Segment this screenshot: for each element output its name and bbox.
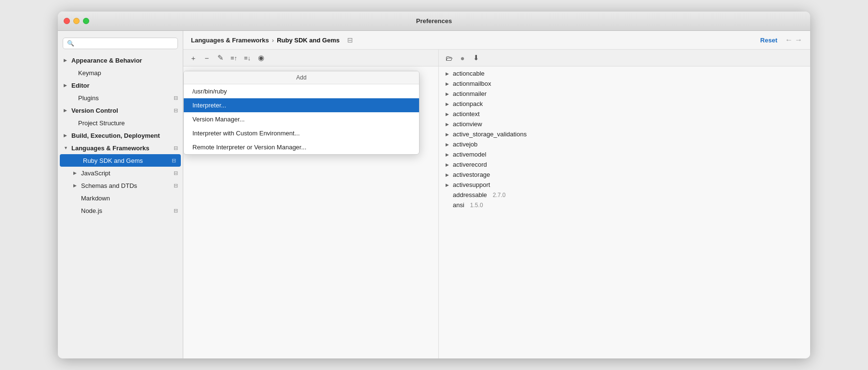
sidebar-item-project-structure[interactable]: Project Structure	[58, 117, 183, 129]
sidebar-item-nodejs[interactable]: Node.js ⊟	[58, 204, 183, 217]
nav-back-button[interactable]: ←	[785, 36, 793, 44]
sidebar-item-javascript[interactable]: ▶ JavaScript ⊟	[58, 167, 183, 179]
search-box[interactable]: 🔍	[63, 38, 178, 49]
sidebar-badge: ⊟	[174, 208, 178, 214]
gem-row[interactable]: ▶ actionpack	[439, 99, 810, 109]
gem-name: addressable	[453, 191, 487, 198]
sidebar-item-keymap[interactable]: Keymap	[58, 66, 183, 79]
gem-version: 1.5.0	[470, 202, 483, 209]
sidebar-item-languages[interactable]: ▼ Languages & Frameworks ⊟	[58, 142, 183, 154]
eye-icon: ◉	[258, 53, 264, 62]
gem-name: actionmailer	[453, 90, 487, 97]
panel-header-icon[interactable]: ⊟	[347, 36, 353, 44]
sidebar-item-label: Version Control	[71, 107, 170, 114]
breadcrumb-active: Ruby SDK and Gems	[277, 37, 339, 44]
maximize-button[interactable]	[83, 18, 89, 24]
edit-button[interactable]: ✎	[215, 53, 226, 63]
gem-chevron-icon: ▶	[446, 172, 449, 177]
gem-row[interactable]: ▶ activestorage	[439, 170, 810, 180]
gem-row[interactable]: ▶ actionmailbox	[439, 79, 810, 89]
circle-button[interactable]: ●	[457, 53, 468, 63]
eye-button[interactable]: ◉	[256, 53, 266, 63]
sidebar-item-build[interactable]: ▶ Build, Execution, Deployment	[58, 129, 183, 142]
gem-row[interactable]: ▶ actionview	[439, 119, 810, 129]
nav-forward-button[interactable]: →	[795, 36, 802, 44]
reset-button[interactable]: Reset	[760, 37, 777, 44]
add-button[interactable]: +	[188, 53, 199, 63]
sidebar-item-appearance[interactable]: ▶ Appearance & Behavior	[58, 54, 183, 66]
sidebar-badge: ⊟	[174, 95, 178, 101]
sidebar-item-label: Keymap	[78, 69, 178, 77]
main-content: 🔍 ▶ Appearance & Behavior Keymap ▶ Edito…	[58, 31, 810, 358]
gem-row[interactable]: ▶ addressable 2.7.0	[439, 190, 810, 200]
breadcrumb-part1: Languages & Frameworks	[191, 37, 269, 44]
circle-icon: ●	[460, 54, 464, 62]
remove-button[interactable]: −	[202, 53, 212, 63]
sidebar-item-label: Markdown	[81, 195, 178, 202]
gem-chevron-icon: ▶	[446, 152, 449, 157]
gem-name: active_storage_validations	[453, 131, 527, 138]
sidebar-item-ruby-sdk[interactable]: Ruby SDK and Gems ⊟	[60, 154, 181, 167]
panel-header: Languages & Frameworks › Ruby SDK and Ge…	[183, 31, 810, 50]
dropdown-item-usr-bin-ruby[interactable]: /usr/bin/ruby	[184, 84, 419, 98]
close-button[interactable]	[64, 18, 70, 24]
sidebar-item-markdown[interactable]: Markdown	[58, 192, 183, 204]
gem-row[interactable]: ▶ activemodel	[439, 149, 810, 159]
sidebar: 🔍 ▶ Appearance & Behavior Keymap ▶ Edito…	[58, 31, 183, 358]
folder-button[interactable]: 🗁	[444, 53, 454, 63]
sdk-toolbar: + − ✎ ≡↑ ≡↓	[183, 50, 438, 66]
gem-row[interactable]: ▶ activesupport	[439, 180, 810, 190]
sidebar-item-label: Build, Execution, Deployment	[71, 132, 178, 139]
gem-chevron-icon: ▶	[446, 81, 449, 86]
gem-row[interactable]: ▶ activerecord	[439, 159, 810, 170]
gem-chevron-icon: ▶	[446, 162, 449, 167]
sidebar-item-label: Plugins	[78, 94, 170, 102]
gem-name: activerecord	[453, 161, 487, 168]
gem-row[interactable]: ▶ actiontext	[439, 109, 810, 119]
sidebar-item-label: Node.js	[81, 207, 170, 214]
gem-chevron-icon: ▶	[446, 92, 449, 96]
gem-row[interactable]: ▶ actioncable	[439, 68, 810, 79]
move-up-button[interactable]: ≡↑	[229, 53, 239, 63]
chevron-icon: ▶	[73, 183, 79, 188]
gem-row[interactable]: ▶ actionmailer	[439, 89, 810, 99]
search-icon: 🔍	[67, 40, 74, 47]
sidebar-badge: ⊟	[174, 183, 178, 189]
chevron-icon: ▼	[64, 145, 69, 150]
move-up-icon: ≡↑	[231, 54, 237, 62]
sdk-list-panel: + − ✎ ≡↑ ≡↓	[183, 50, 439, 358]
dropdown-item-version-manager[interactable]: Version Manager...	[184, 112, 419, 126]
move-down-button[interactable]: ≡↓	[242, 53, 253, 63]
minimize-button[interactable]	[73, 18, 80, 24]
chevron-icon: ▶	[64, 83, 69, 88]
sidebar-item-schemas[interactable]: ▶ Schemas and DTDs ⊟	[58, 179, 183, 192]
sidebar-item-editor[interactable]: ▶ Editor	[58, 79, 183, 92]
traffic-lights	[64, 18, 89, 24]
gem-row[interactable]: ▶ ansi 1.5.0	[439, 200, 810, 210]
sidebar-item-plugins[interactable]: Plugins ⊟	[58, 92, 183, 104]
gems-panel: 🗁 ● ⬇ ▶ actioncable	[439, 50, 810, 358]
download-button[interactable]: ⬇	[471, 53, 481, 63]
dropdown-item-remote-interpreter[interactable]: Remote Interpreter or Version Manager...	[184, 140, 419, 154]
search-input[interactable]	[77, 40, 174, 47]
dropdown-item-interpreter-custom[interactable]: Interpreter with Custom Environment...	[184, 126, 419, 140]
title-bar: Preferences	[58, 12, 810, 31]
dropdown-item-interpreter[interactable]: Interpreter...	[184, 98, 419, 112]
gem-chevron-icon: ▶	[446, 132, 449, 137]
sidebar-badge: ⊟	[174, 170, 178, 176]
gem-name: activemodel	[453, 151, 486, 158]
gem-name: actionmailbox	[453, 80, 491, 87]
sidebar-item-version-control[interactable]: ▶ Version Control ⊟	[58, 104, 183, 117]
sidebar-item-label: Schemas and DTDs	[81, 182, 170, 189]
sidebar-item-label: Ruby SDK and Gems	[83, 157, 168, 164]
gem-name: activestorage	[453, 171, 490, 178]
panel-body: + − ✎ ≡↑ ≡↓	[183, 50, 810, 358]
gem-row[interactable]: ▶ activejob	[439, 139, 810, 149]
dropdown-header: Add	[184, 71, 419, 84]
gem-row[interactable]: ▶ active_storage_validations	[439, 129, 810, 139]
gem-name: activejob	[453, 141, 477, 148]
gems-list: ▶ actioncable ▶ actionmailbox ▶ actionma…	[439, 66, 810, 358]
gem-name: actioncable	[453, 70, 485, 77]
preferences-window: Preferences 🔍 ▶ Appearance & Behavior Ke…	[58, 12, 810, 358]
gem-chevron-icon: ▶	[446, 183, 449, 187]
